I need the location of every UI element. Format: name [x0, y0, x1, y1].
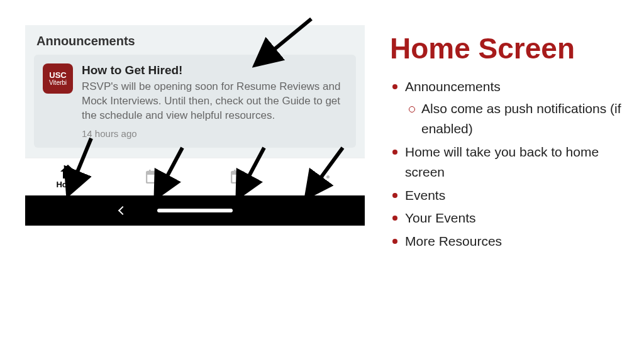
more-icon: [315, 170, 330, 184]
svg-rect-2: [149, 170, 151, 173]
usc-viterbi-icon: USC Viterbi: [43, 63, 73, 94]
card-timestamp: 14 hours ago: [82, 128, 346, 139]
tab-home[interactable]: Home: [46, 165, 90, 189]
phone-screenshot: Announcements USC Viterbi How to Get Hir…: [25, 25, 365, 226]
back-button[interactable]: [118, 206, 127, 215]
sub-bullet-item: Also come as push notifications (if enab…: [405, 99, 625, 140]
bullet-list: Announcements Also come as push notifica…: [390, 77, 625, 251]
bullet-item: Home will take you back to home screen: [390, 142, 625, 183]
svg-rect-1: [147, 172, 159, 175]
card-body-text: RSVP's will be opening soon for Resume R…: [82, 80, 346, 123]
tab-home-label: Home: [56, 180, 79, 189]
android-nav-bar: [25, 195, 365, 226]
svg-rect-7: [240, 170, 242, 173]
home-pill[interactable]: [157, 209, 233, 212]
bullet-item: More Resources: [390, 231, 625, 252]
bullet-item: Events: [390, 185, 625, 206]
tab-events[interactable]: [131, 170, 175, 184]
tab-more[interactable]: [301, 170, 345, 184]
calendar-icon: [231, 170, 245, 184]
slide-title: Home Screen: [390, 31, 625, 65]
svg-rect-6: [234, 170, 236, 173]
bullet-item: Announcements Also come as push notifica…: [390, 77, 625, 140]
home-icon: [60, 165, 75, 178]
tab-your-events[interactable]: [216, 170, 260, 184]
announcements-header: Announcements: [25, 25, 365, 55]
bottom-tab-bar: Home: [25, 158, 365, 195]
svg-rect-5: [231, 172, 244, 175]
calendar-icon: [146, 170, 160, 184]
svg-rect-3: [155, 170, 157, 173]
card-title: How to Get Hired!: [82, 63, 346, 77]
announcement-card[interactable]: USC Viterbi How to Get Hired! RSVP's wil…: [34, 55, 356, 148]
bullet-item: Your Events: [390, 208, 625, 229]
